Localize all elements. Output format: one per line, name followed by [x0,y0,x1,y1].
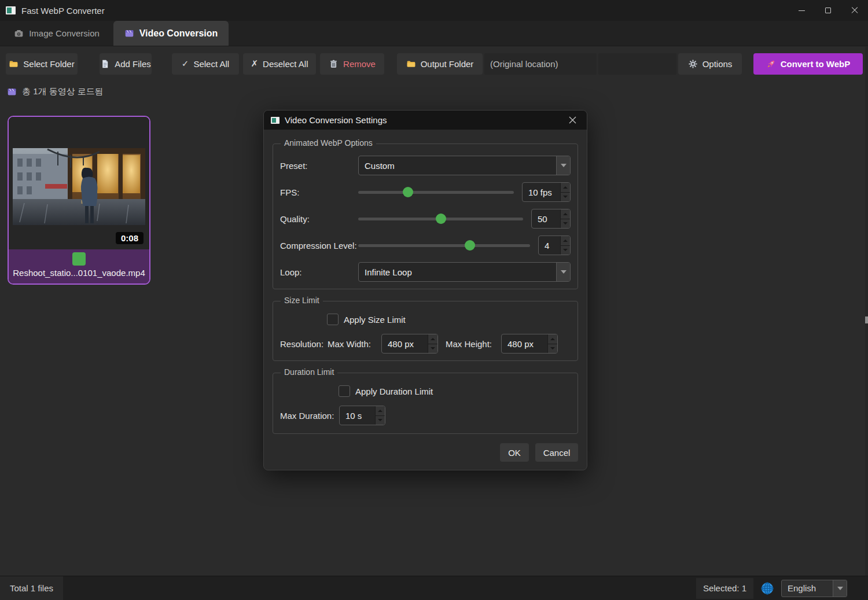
arrow-down-icon [431,347,435,349]
folder-icon [9,59,19,69]
max-duration-spinbox[interactable]: 10 s [339,406,385,425]
button-label: Options [703,59,733,69]
remove-button[interactable]: Remove [320,53,384,75]
card-selected-checkbox[interactable] [72,252,86,266]
scrollbar-thumb[interactable] [865,316,868,323]
output-location-value: (Original location) [490,59,558,69]
minimize-button[interactable] [788,0,815,21]
slider-handle[interactable] [465,240,475,251]
apply-duration-limit-checkbox[interactable] [339,385,350,397]
globe-icon [760,581,774,595]
film-clapper-icon [124,28,134,38]
dropdown-arrow-button[interactable] [556,156,570,175]
language-select[interactable]: English [781,580,847,597]
spin-down-button[interactable] [428,344,437,354]
compression-level-slider[interactable] [358,240,530,251]
quality-slider[interactable] [358,214,523,224]
select-folder-button[interactable]: Select Folder [6,53,78,75]
maximize-button[interactable] [815,0,841,21]
folder-icon [406,59,416,69]
fps-value: 10 fps [523,183,560,201]
max-height-spinbox[interactable]: 480 px [501,334,558,354]
dialog-close-button[interactable] [565,113,580,128]
arrow-down-icon [563,196,568,198]
spin-up-button[interactable] [561,209,570,219]
select-all-button[interactable]: ✓ Select All [172,53,239,75]
fps-label: FPS: [280,187,358,197]
window-controls [788,0,868,21]
slider-handle[interactable] [436,214,446,224]
button-label: Select All [193,59,229,69]
close-icon [851,7,858,14]
button-label: Deselect All [263,59,308,69]
video-card[interactable]: 0:08 Reshoot_statio...0101_vaode.mp4 [8,116,150,285]
arrow-up-icon [563,213,568,215]
language-value: English [782,583,833,593]
spin-down-button[interactable] [561,219,570,229]
deselect-all-button[interactable]: ✗ Deselect All [243,53,316,75]
spin-down-button[interactable] [561,246,570,255]
app-window: Fast WebP Converter Image Conversion [0,0,868,600]
slider-handle[interactable] [403,187,413,197]
spin-up-button[interactable] [428,334,437,344]
button-label: Remove [343,59,376,69]
spin-up-button[interactable] [548,334,557,344]
output-location-field[interactable]: (Original location) [484,53,597,75]
output-extra-field[interactable] [598,53,676,75]
apply-size-limit-checkbox[interactable] [327,314,339,325]
video-thumbnail-area[interactable]: 0:08 [9,117,149,249]
arrow-up-icon [563,186,568,189]
max-height-label: Max Height: [446,339,501,349]
arrow-up-icon [431,338,435,340]
max-duration-label: Max Duration: [280,411,339,421]
spin-up-button[interactable] [561,236,570,246]
spin-down-button[interactable] [376,416,385,425]
group-title: Size Limit [281,296,323,305]
slider-track[interactable] [358,191,514,194]
close-button[interactable] [841,0,868,21]
arrow-down-icon [378,419,382,421]
dropdown-arrow-button[interactable] [833,580,847,597]
max-duration-value: 10 s [340,406,375,425]
spin-down-button[interactable] [561,193,570,202]
tab-strip: Image Conversion Video Conversion [0,21,868,46]
file-summary-text: 총 1개 동영상 로드됨 [22,86,104,97]
fps-spinbox[interactable]: 10 fps [522,182,571,202]
options-button[interactable]: Options [678,53,742,75]
max-width-spinbox[interactable]: 480 px [381,334,438,354]
add-files-button[interactable]: Add Files [100,53,152,75]
apply-duration-limit-label: Apply Duration Limit [355,386,433,396]
button-label: Convert to WebP [781,59,851,69]
slider-track[interactable] [358,244,530,247]
max-width-label: Max Width: [328,339,381,349]
spin-down-button[interactable] [548,344,557,354]
spin-up-button[interactable] [561,183,570,193]
tab-label: Video Conversion [139,28,218,39]
preset-dropdown[interactable]: Custom [358,156,571,175]
preset-label: Preset: [280,161,358,171]
arrow-down-icon [563,249,568,251]
cancel-button[interactable]: Cancel [535,443,578,462]
quality-spinbox[interactable]: 50 [531,209,571,229]
output-folder-button[interactable]: Output Folder [397,53,483,75]
spin-up-button[interactable] [376,406,385,416]
dialog-icon [271,117,279,124]
vertical-scrollbar[interactable] [865,47,868,576]
loop-dropdown[interactable]: Infinite Loop [358,262,571,282]
ok-button[interactable]: OK [500,443,529,462]
status-bar: Total 1 files Selected: 1 English [0,576,868,600]
tab-video-conversion[interactable]: Video Conversion [113,21,229,46]
button-label: Add Files [115,59,151,69]
camera-icon [14,28,24,38]
maximize-icon [825,8,831,13]
arrow-up-icon [378,410,382,412]
close-icon [569,116,576,124]
compression-level-spinbox[interactable]: 4 [538,235,571,255]
fps-slider[interactable] [358,187,514,197]
convert-to-webp-button[interactable]: Convert to WebP [753,53,863,75]
dropdown-arrow-button[interactable] [556,263,570,281]
tab-image-conversion[interactable]: Image Conversion [0,21,113,46]
duration-badge: 0:08 [116,232,144,244]
minimize-icon [799,10,805,11]
resolution-label: Resolution: [280,339,328,349]
